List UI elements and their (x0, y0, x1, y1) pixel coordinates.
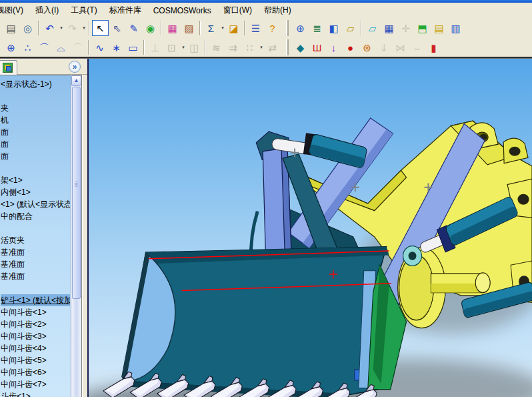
menu-item-4[interactable]: 标准件库 (103, 3, 147, 18)
new-part-button[interactable]: ◧ (325, 20, 342, 36)
tree-item[interactable]: 基准面 (1, 258, 70, 270)
menu-item-6[interactable]: 窗口(W) (217, 3, 258, 18)
tree-item[interactable]: <显示状态-1>) (1, 78, 70, 90)
dynamic-mirror-tool[interactable]: ⇄ (264, 39, 281, 55)
tree-item[interactable]: 面 (1, 126, 70, 138)
tree-item[interactable]: 中间斗齿<4> (1, 342, 70, 354)
sketch-spline-points-tool[interactable]: ∴ (19, 39, 36, 55)
tree-item[interactable]: 中间斗齿<7> (1, 378, 70, 390)
plane-button[interactable]: ▱ (364, 20, 381, 36)
sketch-circle-tool[interactable]: ⊕ (3, 39, 19, 55)
print-button[interactable]: ▤ (3, 20, 19, 36)
texture-button[interactable]: ▨ (181, 20, 197, 36)
tree-item[interactable]: 夹 (1, 102, 70, 114)
panel-splitter[interactable] (82, 75, 87, 397)
edit-component-button[interactable]: ▱ (342, 20, 359, 36)
tree-item[interactable]: 中间斗齿<5> (1, 354, 70, 366)
cw-force-button[interactable]: ↓ (325, 39, 342, 55)
sketch-tool[interactable]: ✎ (125, 20, 142, 36)
toolbar-separator (89, 21, 90, 35)
tree-item[interactable]: 中间斗齿<3> (1, 330, 70, 342)
tree-item[interactable]: 中间斗齿<1> (1, 306, 70, 318)
cw-study-button[interactable]: ◆ (292, 39, 309, 55)
featuremanager-button[interactable]: ≣ (309, 20, 325, 36)
tree-item[interactable]: 架<1> (1, 174, 70, 186)
measure-button[interactable]: Σ (203, 20, 219, 36)
cw-shell-button[interactable]: ⌣ (409, 39, 425, 55)
cw-centrifugal-button[interactable]: ⊛ (359, 39, 375, 55)
panel-expand-button[interactable]: » (69, 61, 81, 73)
cw-gravity-button[interactable]: ● (342, 39, 359, 55)
dropdown-caret-icon[interactable]: ▾ (59, 25, 64, 31)
tree-item[interactable]: 斗齿<1> (1, 390, 70, 397)
tree-item-blank (1, 282, 70, 294)
move-component-button[interactable]: ✛ (397, 20, 414, 36)
dropdown-caret-icon[interactable]: ▾ (259, 45, 264, 50)
scrollbar-up-icon[interactable]: ▲ (71, 75, 81, 86)
convert-entities-tool[interactable]: ⇉ (225, 39, 241, 55)
tree-item[interactable]: 面 (1, 150, 70, 162)
sketch-point-tool[interactable]: ∗ (108, 39, 125, 55)
cw-temperature-button[interactable]: ▮ (425, 39, 442, 55)
graphics-viewport[interactable]: Y (87, 59, 532, 397)
edit-color-icon: ▦ (167, 23, 177, 33)
menu-item-5[interactable]: COSMOSWorks (147, 4, 217, 17)
select-tool[interactable]: ↖ (92, 20, 109, 36)
tree-item[interactable]: 基准面 (1, 246, 70, 258)
select-icon: ↖ (96, 23, 105, 33)
menu-item-3[interactable]: 工具(T) (65, 3, 103, 18)
mate-button[interactable]: ▦ (381, 20, 397, 36)
interference-detection-button[interactable]: ▥ (447, 20, 464, 36)
add-relation-tool[interactable]: ⊥ (147, 39, 163, 55)
tree-scrollbar[interactable]: ▲ ≡≡ (71, 75, 81, 397)
tree-item[interactable]: 面 (1, 138, 70, 150)
tree-item[interactable]: 基准面 (1, 270, 70, 282)
tree-item[interactable]: <1> (默认<显示状态 (1, 198, 70, 210)
edit-color-button[interactable]: ▦ (164, 20, 181, 36)
sketch-spline-tool[interactable]: ∿ (91, 39, 108, 55)
exploded-view-button[interactable]: ⬒ (414, 20, 431, 36)
sketch-fillet-tool[interactable]: ⌒ (69, 39, 86, 55)
cw-connector-button[interactable]: ⋈ (392, 39, 409, 55)
toolbar-handle[interactable] (286, 39, 289, 55)
toolbar-handle[interactable] (286, 20, 289, 36)
tree-item[interactable]: 活页夹 (1, 234, 70, 246)
sketch-rectangle-tool[interactable]: ▭ (125, 39, 141, 55)
menu-item-7[interactable]: 帮助(H) (258, 3, 297, 18)
sketch-arc-tool[interactable]: ⌒ (36, 39, 53, 55)
tab-featuremanager[interactable] (0, 60, 17, 75)
menu-item-1[interactable]: 视图(V) (0, 3, 29, 18)
tree-item[interactable]: 中间斗齿<2> (1, 318, 70, 330)
section-properties-button[interactable]: ◪ (225, 20, 242, 36)
bucket[interactable] (122, 247, 389, 397)
model-canvas[interactable]: Y (89, 59, 532, 397)
mirror-entities-tool[interactable]: ◫ (186, 39, 203, 55)
cw-restraints-button[interactable]: Ш (309, 39, 325, 55)
print-preview-button[interactable]: ◎ (19, 20, 36, 36)
tree-item[interactable]: 铲斗<1> (默认<按加 (1, 294, 70, 306)
cw-temperature-icon: ▮ (431, 43, 436, 53)
undo-button[interactable]: ↶ (41, 20, 58, 36)
display-relations-tool[interactable]: ⊡ (163, 39, 180, 55)
dropdown-caret-icon[interactable]: ▾ (181, 45, 186, 50)
offset-entities-tool[interactable]: ≋ (208, 39, 225, 55)
linear-pattern-tool[interactable]: ∷ (241, 39, 258, 55)
options-button[interactable]: ☰ (247, 20, 264, 36)
tree-item[interactable]: 机 (1, 114, 70, 126)
menu-item-2[interactable]: 插入(I) (29, 3, 65, 18)
zoom-to-fit-button[interactable]: ⊕ (292, 20, 309, 36)
tree-item[interactable]: 中的配合 (1, 210, 70, 222)
dropdown-caret-icon[interactable]: ▾ (81, 25, 87, 31)
tree-item[interactable]: 中间斗齿<6> (1, 366, 70, 378)
rebuild-button[interactable]: ◉ (142, 20, 159, 36)
tree-item[interactable]: 内侧<1> (1, 186, 70, 198)
cw-remote-load-button[interactable]: ⇓ (375, 39, 392, 55)
select-other-tool[interactable]: ⇖ (109, 20, 125, 36)
scrollbar-thumb[interactable]: ≡≡ (72, 87, 81, 299)
help-button[interactable]: ? (264, 20, 281, 36)
smart-fasteners-button[interactable]: ▤ (431, 20, 447, 36)
redo-button[interactable]: ↷ (64, 20, 81, 36)
dropdown-caret-icon[interactable]: ▾ (220, 25, 225, 31)
sketch-3point-arc-tool[interactable]: ⌓ (53, 39, 69, 55)
cw-connector-icon: ⋈ (395, 43, 405, 53)
